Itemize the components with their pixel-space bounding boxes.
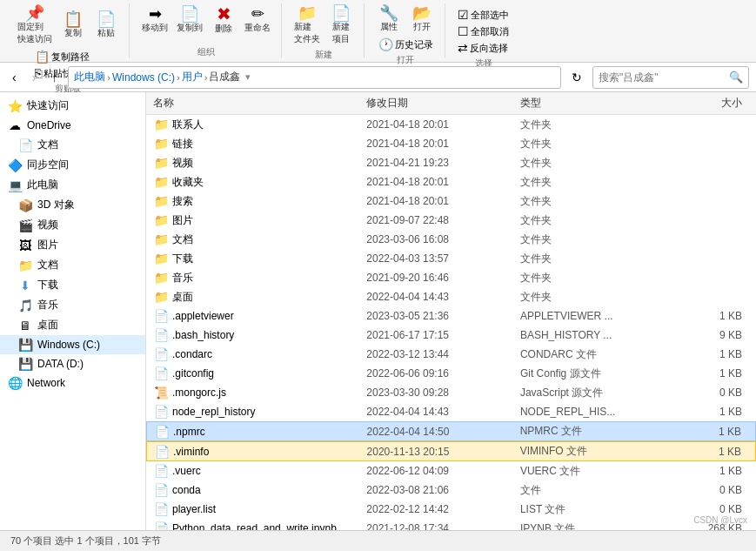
sidebar-item-network[interactable]: 🌐 Network [0,373,145,393]
new-item-icon: 📄 [331,5,351,21]
clipboard-group: 📌 固定到快速访问 📋 复制 📄 粘贴 📋 复制路径 ⎘ 粘贴快捷方式 剪贴板 [7,3,130,58]
paste-button[interactable]: 📄 粘贴 [90,10,122,41]
sidebar-item-pictures[interactable]: 🖼 图片 [0,235,145,255]
table-row[interactable]: 📄 .vuerc 2022-06-12 04:09 VUERC 文件 1 KB [146,461,756,480]
file-type: 文件 [520,483,674,498]
pin-button[interactable]: 📌 固定到快速访问 [14,3,56,47]
sidebar-item-this-pc[interactable]: 💻 此电脑 [0,175,145,195]
table-row[interactable]: 📁 收藏夹 2021-04-18 20:01 文件夹 [146,172,756,192]
file-type-icon: 📁 [153,232,169,246]
breadcrumb-sep-1: › [107,72,110,83]
table-row[interactable]: 📄 .condarc 2022-03-12 13:44 CONDARC 文件 1… [146,345,756,364]
table-row[interactable]: 📄 .viminfo 2020-11-13 20:15 VIMINFO 文件 1… [146,441,756,461]
invert-selection-button[interactable]: ⇄ 反向选择 [454,40,512,56]
sidebar-item-videos[interactable]: 🎬 视频 [0,215,145,235]
breadcrumb[interactable]: 此电脑 › Windows (C:) › 用户 › 吕成鑫 ▾ [68,66,561,89]
breadcrumb-windows-c[interactable]: Windows (C:) [112,71,175,84]
sidebar: ⭐ 快速访问 ☁ OneDrive 📄 文档 🔷 同步空间 💻 此电脑 📦 3D… [0,92,146,530]
deselect-all-button[interactable]: ☐ 全部取消 [454,24,512,39]
file-date: 2021-12-08 17:34 [366,522,520,530]
move-to-button[interactable]: ➡ 移动到 [138,4,171,36]
breadcrumb-this-pc[interactable]: 此电脑 [74,70,105,84]
table-row[interactable]: 📜 .mongorc.js 2023-03-30 09:28 JavaScrip… [146,383,756,402]
file-name: 📁 联系人 [153,118,366,132]
sidebar-item-onedrive[interactable]: ☁ OneDrive [0,116,145,135]
header-name[interactable]: 名称 [153,96,366,111]
table-row[interactable]: 📁 联系人 2021-04-18 20:01 文件夹 [146,115,756,134]
file-type-icon: 📄 [154,445,170,459]
history-button[interactable]: 🕐 历史记录 [375,37,437,52]
search-box[interactable]: 🔍 [592,66,749,89]
file-date: 2021-09-07 22:48 [366,214,520,226]
rename-button[interactable]: ✏ 重命名 [241,4,274,36]
delete-button[interactable]: ✖ 删除 [208,3,239,37]
copy-to-button[interactable]: 📄 复制到 [173,4,206,36]
sidebar-item-music[interactable]: 🎵 音乐 [0,295,145,315]
header-size[interactable]: 大小 [674,96,750,111]
pin-label: 固定到快速访问 [17,21,52,45]
copy-path-button[interactable]: 📋 复制路径 [31,49,104,64]
select-all-button[interactable]: ☑ 全部选中 [454,7,512,23]
table-row[interactable]: 📁 桌面 2022-04-04 14:43 文件夹 [146,287,756,306]
file-date: 2022-06-12 04:09 [366,465,520,477]
sidebar-item-documents[interactable]: 📁 文档 [0,255,145,275]
sidebar-label-downloads: 下载 [37,278,58,292]
table-row[interactable]: 📄 conda 2022-03-08 21:06 文件 0 KB [146,480,756,500]
new-item-button[interactable]: 📄 新建项目 [325,3,357,47]
table-row[interactable]: 📄 .appletviewer 2023-03-05 21:36 APPLETV… [146,306,756,326]
file-date: 2022-04-04 14:50 [367,426,520,438]
sidebar-label-pictures: 图片 [37,238,58,252]
file-type: 文件夹 [520,290,674,305]
table-row[interactable]: 📁 文档 2023-03-06 16:08 文件夹 [146,230,756,249]
new-folder-button[interactable]: 📁 新建文件夹 [291,3,324,47]
table-row[interactable]: 📁 视频 2021-04-21 19:23 文件夹 [146,153,756,172]
header-date[interactable]: 修改日期 [366,96,520,111]
table-row[interactable]: 📁 下载 2022-04-03 13:57 文件夹 [146,249,756,268]
up-button[interactable]: ↑ [46,68,63,87]
sidebar-item-quick-access[interactable]: ⭐ 快速访问 [0,96,145,116]
file-type: 文件夹 [520,271,674,286]
sidebar-item-sync[interactable]: 🔷 同步空间 [0,155,145,175]
breadcrumb-users[interactable]: 用户 [182,70,203,84]
table-row[interactable]: 📄 node_repl_history 2022-04-04 14:43 NOD… [146,402,756,421]
file-type-icon: 📁 [153,137,169,151]
table-row[interactable]: 📄 .npmrc 2022-04-04 14:50 NPMRC 文件 1 KB [146,421,756,441]
header-type[interactable]: 类型 [520,96,674,111]
file-header: 名称 修改日期 类型 大小 [146,92,756,115]
paste-label: 粘贴 [97,27,115,39]
sidebar-item-windows-c[interactable]: 💾 Windows (C:) [0,335,145,354]
table-row[interactable]: 📁 图片 2021-09-07 22:48 文件夹 [146,211,756,230]
sidebar-item-desktop[interactable]: 🖥 桌面 [0,315,145,335]
table-row[interactable]: 📄 .gitconfig 2022-06-06 09:16 Git Config… [146,364,756,383]
sidebar-label-docs: 文档 [37,138,58,152]
file-type-icon: 📄 [153,464,169,478]
table-row[interactable]: 📄 Python_data_read_and_write.ipynb 2021-… [146,519,756,530]
sidebar-item-3d[interactable]: 📦 3D 对象 [0,195,145,215]
sidebar-item-data-d[interactable]: 💾 DATA (D:) [0,354,145,373]
sidebar-item-docs-onedrive[interactable]: 📄 文档 [0,135,145,155]
file-type: IPYNB 文件 [520,521,674,531]
file-type-icon: 📄 [153,366,169,380]
table-row[interactable]: 📁 音乐 2021-09-20 16:46 文件夹 [146,268,756,287]
search-input[interactable] [599,71,729,84]
copy-button[interactable]: 📋 复制 [57,10,89,41]
breadcrumb-dropdown[interactable]: ▾ [245,71,251,83]
file-type-icon: 📄 [153,405,169,419]
refresh-button[interactable]: ↻ [566,68,587,87]
table-row[interactable]: 📄 player.list 2022-02-12 14:42 LIST 文件 0… [146,500,756,519]
back-button[interactable]: ‹ [7,68,22,87]
sync-icon: 🔷 [7,158,23,172]
table-row[interactable]: 📁 链接 2021-04-18 20:01 文件夹 [146,134,756,153]
sidebar-label-network: Network [27,377,65,389]
table-row[interactable]: 📁 搜索 2021-04-18 20:01 文件夹 [146,192,756,211]
file-type-icon: 📄 [153,502,169,516]
open-button[interactable]: 📂 打开 [406,3,438,35]
properties-button[interactable]: 🔧 属性 [373,3,405,35]
file-type: 文件夹 [520,194,674,209]
sidebar-item-downloads[interactable]: ⬇ 下载 [0,275,145,295]
file-area: 名称 修改日期 类型 大小 📁 联系人 2021-04-18 20:01 文件夹… [146,92,756,530]
table-row[interactable]: 📄 .bash_history 2021-06-17 17:15 BASH_HI… [146,326,756,345]
onedrive-icon: ☁ [7,118,23,132]
file-name: 📄 player.list [153,502,366,516]
forward-button[interactable]: › [27,68,42,87]
